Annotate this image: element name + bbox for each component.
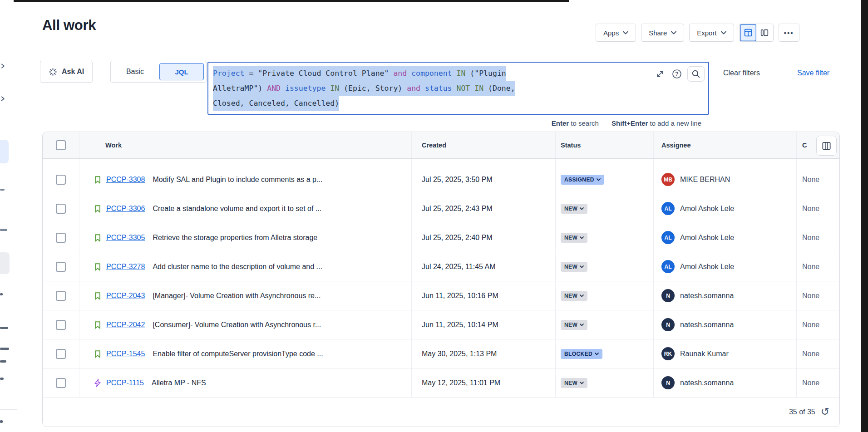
save-filter-button[interactable]: Save filter	[797, 67, 829, 79]
export-button[interactable]: Export	[689, 24, 734, 42]
view-toggle	[739, 24, 774, 42]
basic-mode-button[interactable]: Basic	[111, 68, 159, 76]
refresh-icon[interactable]: ↺	[821, 407, 829, 417]
chevron-down-icon	[580, 265, 584, 268]
issue-key-link[interactable]: PCCP-3278	[106, 263, 145, 271]
row-checkbox[interactable]	[56, 204, 66, 214]
status-badge[interactable]: NEW	[561, 233, 587, 243]
sidebar-item-fragment[interactable]	[0, 420, 3, 423]
detail-view-button[interactable]	[756, 24, 773, 41]
sidebar-item-fragment[interactable]	[0, 327, 8, 329]
table-row[interactable]: PCCP-2042 [Consumer]- Volume Creation wi…	[43, 310, 839, 339]
apps-button[interactable]: Apps	[596, 24, 636, 42]
sidebar-item-fragment[interactable]	[0, 229, 7, 231]
story-icon	[93, 262, 102, 271]
status-column-header[interactable]: Status	[555, 132, 653, 158]
table-row[interactable]: PCCP-1545 Enable filter of computeServer…	[43, 339, 839, 368]
shift-enter-hint: Shift+Enter to add a new line	[612, 119, 701, 127]
sidebar-item-fragment[interactable]	[0, 189, 5, 191]
status-badge[interactable]: NEW	[561, 320, 587, 330]
issue-summary: [Consumer]- Volume Creation with Asynchr…	[153, 321, 321, 329]
issue-key-link[interactable]: PCCP-1115	[106, 379, 144, 387]
avatar: N	[661, 318, 675, 331]
row-checkbox[interactable]	[56, 349, 66, 359]
share-button[interactable]: Share	[641, 24, 684, 42]
toolbar: Apps Share Export	[596, 24, 799, 42]
run-search-button[interactable]	[687, 66, 705, 82]
extra-cell-value: None	[802, 234, 819, 242]
created-date: Jul 25, 2025, 2:40 PM	[422, 234, 493, 242]
table-row[interactable]: PCCP-3278 Add cluster name to the descri…	[43, 252, 839, 281]
row-checkbox[interactable]	[56, 378, 66, 388]
assignee-name: MIKE BERHAN	[680, 176, 730, 184]
status-badge[interactable]: NEW	[561, 262, 587, 272]
syntax-help-button[interactable]: ?	[671, 68, 683, 80]
sidebar-item-fragment[interactable]	[0, 348, 9, 350]
expand-icon	[655, 69, 665, 79]
issue-key-link[interactable]: PCCP-2042	[106, 321, 145, 329]
issue-key-link[interactable]: PCCP-3308	[106, 176, 145, 184]
table-row[interactable]: PCCP-3306 Create a standalone volume and…	[43, 194, 839, 223]
sidebar-item-fragment[interactable]	[0, 360, 6, 363]
issue-summary: Retrieve the storage properties from All…	[153, 234, 317, 242]
row-checkbox[interactable]	[56, 262, 66, 272]
created-date: May 12, 2025, 11:01 PM	[422, 379, 500, 387]
ask-ai-button[interactable]: Ask AI	[40, 61, 93, 83]
table-view-icon	[743, 28, 753, 38]
expand-editor-button[interactable]	[654, 68, 666, 80]
jql-mode-button[interactable]: JQL	[159, 63, 204, 80]
status-badge[interactable]: BLOCKED	[561, 349, 602, 359]
clear-filters-button[interactable]: Clear filters	[723, 67, 760, 79]
chevron-down-icon	[580, 295, 584, 297]
issue-key-link[interactable]: PCCP-3305	[106, 234, 145, 242]
more-actions-button[interactable]: •••	[779, 24, 799, 42]
sidebar-item-fragment[interactable]	[0, 293, 3, 295]
chevron-right-icon[interactable]	[0, 96, 5, 101]
jql-query[interactable]: Project = "Private Cloud Control Plane" …	[213, 66, 515, 111]
chevron-right-icon[interactable]	[0, 64, 5, 69]
table-row[interactable]: PCCP-3305 Retrieve the storage propertie…	[43, 223, 839, 252]
table-row[interactable]: PCCP-2043 [Manager]- Volume Creation wit…	[43, 281, 839, 310]
issue-key-link[interactable]: PCCP-3306	[106, 205, 145, 213]
svg-text:?: ?	[675, 71, 678, 77]
chevron-down-icon	[580, 324, 584, 326]
created-date: May 30, 2025, 1:13 PM	[422, 350, 497, 358]
sidebar-item-hover[interactable]	[0, 252, 10, 274]
created-column-header[interactable]: Created	[411, 132, 555, 158]
partially-scrolled-row	[43, 159, 839, 165]
table-row[interactable]: PCCP-1115 Alletra MP - NFS May 12, 2025,…	[43, 368, 839, 398]
table-view-button[interactable]	[740, 24, 756, 41]
jql-editor[interactable]: Project = "Private Cloud Control Plane" …	[207, 62, 709, 115]
table-footer: 35 of 35 ↺	[43, 398, 839, 426]
jira-all-work-screen: All work Apps Share Export	[0, 0, 868, 432]
extra-cell-value: None	[802, 263, 819, 271]
export-button-label: Export	[697, 29, 716, 37]
sidebar-item-fragment[interactable]	[0, 378, 4, 380]
status-badge[interactable]: ASSIGNED	[561, 175, 604, 185]
issue-key-link[interactable]: PCCP-1545	[106, 350, 145, 358]
row-checkbox[interactable]	[56, 291, 66, 301]
status-badge-label: NEW	[564, 293, 577, 299]
row-count: 35 of 35	[789, 408, 815, 416]
table-row[interactable]: PCCP-3308 Modify SAL and Plugin to inclu…	[43, 165, 839, 194]
story-icon	[93, 291, 102, 300]
status-badge[interactable]: NEW	[561, 291, 587, 301]
select-all-checkbox[interactable]	[56, 140, 66, 150]
issue-key-link[interactable]: PCCP-2043	[106, 292, 145, 300]
apps-button-label: Apps	[603, 29, 619, 37]
issue-summary: Add cluster name to the description of v…	[153, 263, 322, 271]
row-checkbox[interactable]	[56, 233, 66, 243]
work-column-header[interactable]: Work	[79, 132, 411, 158]
row-checkbox[interactable]	[56, 320, 66, 330]
story-icon	[93, 175, 102, 184]
assignee-column-header[interactable]: Assignee	[653, 132, 796, 158]
status-badge[interactable]: NEW	[561, 378, 587, 388]
issue-summary: Modify SAL and Plugin to include comment…	[153, 176, 322, 184]
status-badge[interactable]: NEW	[561, 204, 587, 214]
configure-columns-button[interactable]	[816, 136, 837, 156]
status-badge-label: NEW	[564, 380, 577, 386]
issue-summary: Alletra MP - NFS	[152, 379, 206, 387]
row-checkbox[interactable]	[56, 175, 66, 185]
work-items-table: Work Created Status Assignee C PCCP-330	[42, 132, 840, 427]
sidebar-item-selected[interactable]	[0, 140, 9, 163]
